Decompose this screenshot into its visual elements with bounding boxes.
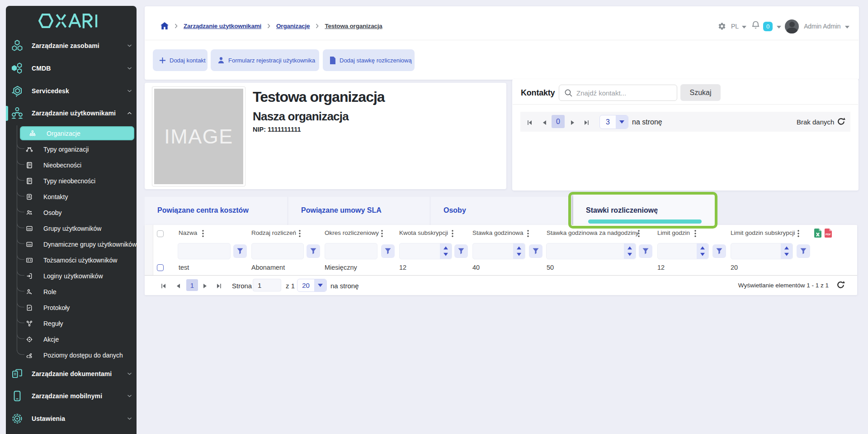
svg-text:PDF: PDF [826,233,831,236]
